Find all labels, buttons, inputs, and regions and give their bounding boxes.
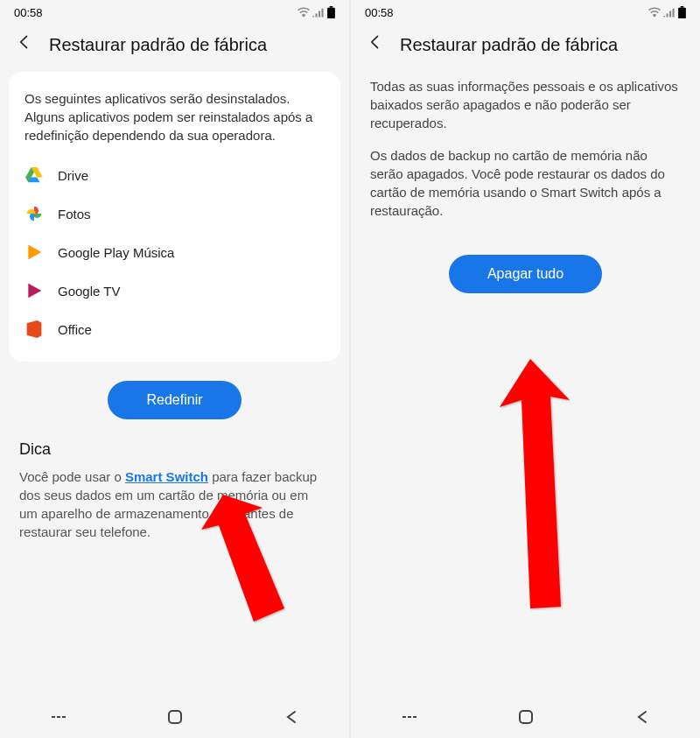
back-button[interactable] [367, 33, 384, 56]
list-item: Google Play Música [24, 235, 325, 269]
apps-card: Os seguintes aplicativos serão desinstal… [9, 72, 340, 362]
signal-icon [663, 7, 676, 18]
status-time: 00:58 [365, 6, 394, 19]
home-button[interactable] [518, 709, 534, 728]
info-paragraph-2: Os dados de backup no cartão de memória … [351, 132, 700, 220]
header: Restaurar padrão de fábrica [0, 25, 349, 63]
smart-switch-link[interactable]: Smart Switch [125, 469, 208, 484]
back-button[interactable] [16, 33, 33, 56]
reset-button[interactable]: Redefinir [108, 381, 241, 419]
status-icons [648, 6, 686, 18]
battery-icon [327, 6, 335, 18]
home-button[interactable] [167, 709, 183, 728]
wifi-icon [298, 7, 310, 18]
phone-screen-left: 00:58 Restaurar padrão de fábrica Os seg… [0, 0, 349, 738]
status-icons [298, 6, 335, 18]
nav-bar [351, 699, 700, 738]
app-label: Google TV [58, 284, 120, 299]
wifi-icon [648, 7, 661, 18]
svg-rect-5 [169, 711, 181, 723]
nav-bar [0, 699, 349, 738]
recents-button[interactable] [401, 709, 418, 728]
play-music-icon [24, 242, 44, 262]
svg-rect-7 [678, 8, 686, 18]
erase-all-button[interactable]: Apagar tudo [449, 255, 602, 293]
photos-icon [24, 204, 44, 223]
app-label: Drive [58, 168, 88, 183]
status-bar: 00:58 [351, 0, 700, 25]
svg-rect-11 [520, 711, 532, 723]
drive-icon [24, 165, 44, 185]
app-label: Fotos [58, 207, 91, 221]
info-paragraph-1: Todas as suas informações pessoais e os … [351, 63, 700, 132]
battery-icon [678, 6, 686, 18]
recents-button[interactable] [50, 709, 67, 728]
signal-icon [312, 7, 325, 18]
list-item: Fotos [24, 197, 325, 230]
back-nav-button[interactable] [634, 709, 650, 728]
status-bar: 00:58 [0, 0, 349, 25]
card-description: Os seguintes aplicativos serão desinstal… [24, 89, 325, 144]
header: Restaurar padrão de fábrica [351, 25, 700, 63]
app-label: Google Play Música [58, 245, 174, 260]
list-item: Google TV [24, 274, 325, 307]
page-title: Restaurar padrão de fábrica [49, 35, 267, 55]
tip-text: Você pode usar o Smart Switch para fazer… [19, 467, 330, 541]
google-tv-icon [24, 281, 44, 300]
phone-screen-right: 00:58 Restaurar padrão de fábrica Todas … [351, 0, 700, 738]
status-time: 00:58 [14, 6, 43, 19]
app-list: Drive Fotos Google Play Música Google TV [24, 158, 325, 346]
tip-title: Dica [19, 440, 330, 459]
svg-rect-1 [327, 8, 335, 18]
back-nav-button[interactable] [284, 709, 299, 728]
app-label: Office [58, 322, 92, 337]
office-icon [24, 320, 44, 339]
list-item: Office [24, 313, 325, 346]
page-title: Restaurar padrão de fábrica [400, 35, 618, 55]
svg-rect-6 [681, 6, 684, 8]
arrow-annotation-icon [482, 346, 596, 617]
tip-section: Dica Você pode usar o Smart Switch para … [0, 423, 349, 559]
list-item: Drive [24, 158, 325, 192]
svg-rect-0 [330, 6, 333, 8]
